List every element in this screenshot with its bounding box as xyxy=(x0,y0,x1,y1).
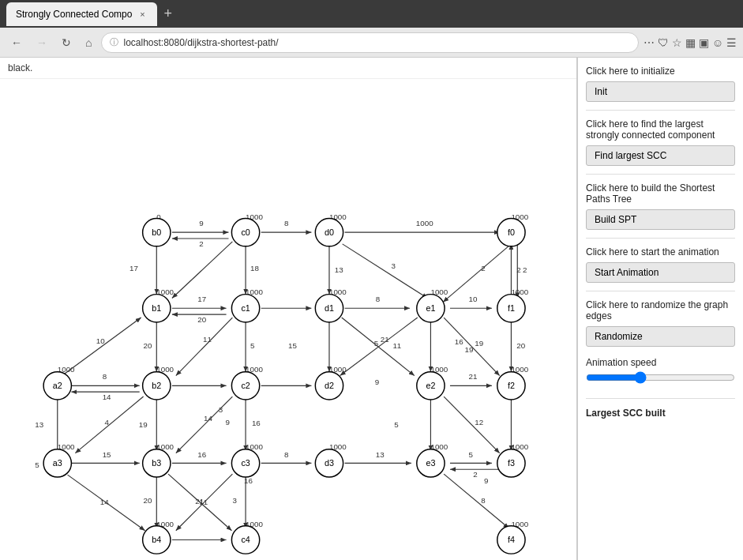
svg-text:9: 9 xyxy=(226,418,230,427)
node-d0[interactable]: d0 xyxy=(315,219,343,246)
nav-bar: ← → ↻ ⌂ ⓘ localhost:8080/dijkstra-shorte… xyxy=(0,28,743,58)
animation-label: Click here to start the animation xyxy=(586,246,735,257)
node-b2[interactable]: b2 xyxy=(143,372,171,400)
start-animation-button[interactable]: Start Animation xyxy=(586,262,735,283)
refresh-btn[interactable]: ↻ xyxy=(57,33,76,52)
svg-text:e2: e2 xyxy=(426,381,435,390)
active-tab[interactable]: Strongly Connected Compo × xyxy=(6,2,157,26)
svg-text:c2: c2 xyxy=(241,381,250,390)
svg-text:d2: d2 xyxy=(325,381,334,390)
largest-scc-section: Largest SCC built xyxy=(586,407,735,419)
node-c3[interactable]: c3 xyxy=(231,449,259,477)
svg-line-14 xyxy=(343,244,428,299)
profile-icon[interactable]: ☺ xyxy=(712,36,723,49)
animation-section: Click here to start the animation Start … xyxy=(586,246,735,283)
node-e1[interactable]: e1 xyxy=(417,295,445,322)
svg-text:f2: f2 xyxy=(508,381,515,390)
tab-close-btn[interactable]: × xyxy=(137,9,148,20)
build-spt-button[interactable]: Build SPT xyxy=(586,209,735,230)
node-b4[interactable]: b4 xyxy=(143,526,171,554)
svg-text:5: 5 xyxy=(374,339,379,348)
node-f4[interactable]: f4 xyxy=(497,526,525,554)
node-c2[interactable]: c2 xyxy=(231,372,259,400)
svg-text:b1: b1 xyxy=(152,303,161,313)
divider-4 xyxy=(586,291,735,291)
sidebar-icon[interactable]: ▦ xyxy=(685,36,696,49)
svg-text:18: 18 xyxy=(250,264,259,272)
node-f0[interactable]: f0 xyxy=(497,219,525,246)
svg-text:d1: d1 xyxy=(325,303,334,313)
tabs-icon[interactable]: ▣ xyxy=(699,36,709,49)
bookmark-icon[interactable]: 🛡 xyxy=(658,36,669,49)
node-b1[interactable]: b1 xyxy=(143,295,171,322)
nav-icons: ⋯ 🛡 ☆ ▦ ▣ ☺ ☰ xyxy=(644,36,737,49)
node-f1[interactable]: f1 xyxy=(497,295,525,322)
address-bar[interactable]: ⓘ localhost:8080/dijkstra-shortest-path/ xyxy=(101,32,638,53)
speed-section: Animation speed xyxy=(586,353,735,390)
init-button[interactable]: Init xyxy=(586,81,735,102)
graph-svg: 9 2 8 1000 2 13 3 xyxy=(0,79,576,559)
svg-line-10 xyxy=(443,244,511,303)
svg-text:8: 8 xyxy=(103,372,107,381)
home-btn[interactable]: ⌂ xyxy=(81,33,96,52)
spt-label: Click here to build the Shortest Paths T… xyxy=(586,182,735,205)
node-a3[interactable]: a3 xyxy=(43,449,71,477)
node-e2[interactable]: e2 xyxy=(417,372,445,400)
hamburger-icon[interactable]: ☰ xyxy=(726,36,737,49)
find-scc-button[interactable]: Find largest SCC xyxy=(586,145,735,166)
svg-text:20: 20 xyxy=(144,341,152,350)
svg-text:2: 2 xyxy=(481,264,485,272)
svg-text:10: 10 xyxy=(96,336,105,345)
svg-text:5: 5 xyxy=(394,420,399,429)
new-tab-btn[interactable]: + xyxy=(160,2,175,25)
node-b3[interactable]: b3 xyxy=(143,449,171,477)
svg-text:1000: 1000 xyxy=(416,219,433,227)
svg-line-113 xyxy=(444,474,508,528)
node-a2[interactable]: a2 xyxy=(43,372,71,400)
tab-bar: Strongly Connected Compo × + xyxy=(6,2,175,26)
divider-3 xyxy=(586,238,735,239)
svg-text:b4: b4 xyxy=(152,535,161,544)
node-b0[interactable]: b0 xyxy=(143,219,171,246)
svg-text:3: 3 xyxy=(391,261,396,270)
node-c0[interactable]: c0 xyxy=(231,219,259,246)
svg-text:10: 10 xyxy=(468,295,477,303)
svg-text:c1: c1 xyxy=(241,303,250,313)
node-e3[interactable]: e3 xyxy=(417,449,445,477)
node-f2[interactable]: f2 xyxy=(497,372,525,400)
svg-line-79 xyxy=(75,397,143,453)
svg-text:19: 19 xyxy=(465,345,474,354)
svg-text:5: 5 xyxy=(250,341,255,350)
svg-text:a2: a2 xyxy=(53,381,62,390)
svg-text:f1: f1 xyxy=(508,303,515,313)
star-icon[interactable]: ☆ xyxy=(672,36,682,49)
svg-text:f0: f0 xyxy=(508,227,515,237)
back-btn[interactable]: ← xyxy=(6,33,27,52)
node-d1[interactable]: d1 xyxy=(315,295,343,322)
svg-text:9: 9 xyxy=(375,378,379,386)
init-section: Click here to initialize Init xyxy=(586,66,735,102)
forward-btn[interactable]: → xyxy=(32,33,52,52)
svg-text:8: 8 xyxy=(284,219,289,227)
node-c4[interactable]: c4 xyxy=(231,526,259,554)
node-c1[interactable]: c1 xyxy=(231,295,259,322)
divider-5 xyxy=(586,398,735,399)
node-d3[interactable]: d3 xyxy=(315,449,343,477)
menu-dots-icon[interactable]: ⋯ xyxy=(644,36,655,49)
svg-text:c4: c4 xyxy=(241,535,250,544)
node-f3[interactable]: f3 xyxy=(497,449,525,477)
graph-canvas: 9 2 8 1000 2 13 3 xyxy=(0,79,576,559)
graph-info: black. xyxy=(0,58,576,79)
randomize-button[interactable]: Randomize xyxy=(586,326,735,347)
svg-text:17: 17 xyxy=(129,264,138,272)
svg-text:15: 15 xyxy=(288,341,297,350)
svg-text:13: 13 xyxy=(35,420,43,429)
svg-text:20: 20 xyxy=(144,496,152,505)
animation-speed-slider[interactable] xyxy=(586,371,735,384)
node-d2[interactable]: d2 xyxy=(315,372,343,400)
svg-text:9: 9 xyxy=(484,476,488,485)
svg-text:d3: d3 xyxy=(325,458,334,468)
svg-text:13: 13 xyxy=(335,265,343,274)
svg-line-55 xyxy=(340,318,418,376)
svg-text:2: 2 xyxy=(523,265,527,274)
